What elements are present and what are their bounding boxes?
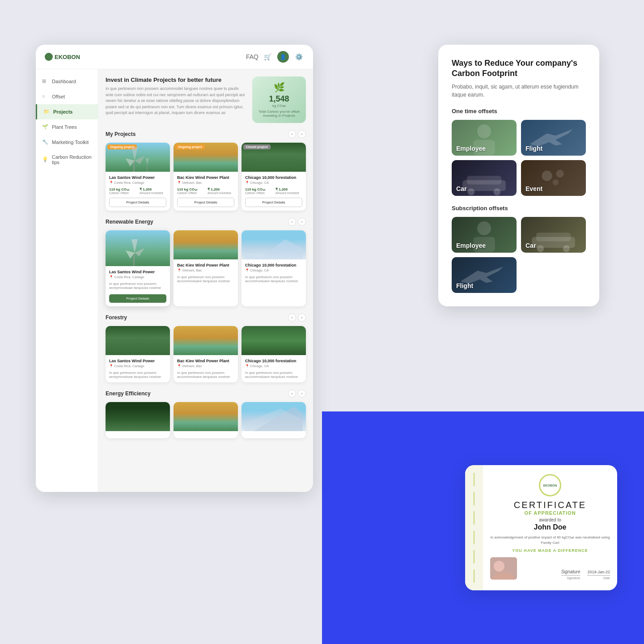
sidebar-item-offset[interactable]: ○ Offset xyxy=(36,89,98,104)
cert-signature-label: Signature xyxy=(561,576,580,580)
sidebar-item-dashboard[interactable]: ⊞ Dashboard xyxy=(36,74,98,89)
settings-icon[interactable]: ⚙️ xyxy=(293,51,304,62)
renewable-img-1 xyxy=(106,230,170,266)
project-stats-3: 110 kg CO₂e Carbon Offset ₹ 1,200 Amount… xyxy=(245,187,302,195)
carbon-label-3: Carbon Offset xyxy=(245,191,272,195)
svg-marker-1 xyxy=(131,147,138,161)
renewable-img-2 xyxy=(174,230,238,259)
cert-date-text: 2019-Jan-22 xyxy=(587,570,610,576)
subscription-offsets-label: Subscription offsets xyxy=(452,205,586,212)
my-projects-nav: ‹ › xyxy=(288,130,306,138)
carbon-value-3: 110 kg CO₂e xyxy=(245,187,272,191)
svg-rect-0 xyxy=(133,161,135,172)
renewable-title: Renewable Energy xyxy=(106,219,153,225)
offset-event[interactable]: Event xyxy=(521,160,586,196)
energy-efficiency-prev[interactable]: ‹ xyxy=(288,390,296,398)
renewable-img-3 xyxy=(242,230,306,259)
energy-card-1 xyxy=(106,402,170,438)
offset-car-sub[interactable]: Car xyxy=(521,217,586,253)
cert-name: John Doe xyxy=(534,523,567,531)
location-pin-icon-1: 📍 xyxy=(109,181,113,185)
my-projects-prev[interactable]: ‹ xyxy=(288,130,296,138)
forestry-card-body-1: Las Santos Wind Power 📍 Costa Rica, Cart… xyxy=(106,355,170,382)
main-app-panel: EKOBON FAQ 🛒 👤 ⚙️ ⊞ Dashboard ○ Offset 📁… xyxy=(36,45,313,492)
renewable-btn-1[interactable]: Project Details xyxy=(109,294,166,303)
renewable-loc-3: 📍 Chicago, CA xyxy=(245,268,302,272)
offset-employee-sub[interactable]: Employee xyxy=(452,217,517,253)
renewable-desc-2: In que pertineum non possem accommoduare… xyxy=(177,275,234,283)
project-badge-3: Closed project xyxy=(243,144,271,149)
hero-title: Invest in Climate Projects for better fu… xyxy=(106,76,247,83)
offset-flight-1-label: Flight xyxy=(521,141,586,156)
forestry-loc-2: 📍 Vietnam, Bac xyxy=(177,364,234,368)
renewable-prev[interactable]: ‹ xyxy=(288,218,296,226)
stripe-line-3 xyxy=(474,511,475,525)
project-name-1: Las Santos Wind Power xyxy=(109,175,166,180)
project-details-btn-1[interactable]: Project Details xyxy=(109,198,166,207)
plant-trees-icon: 🌱 xyxy=(42,124,48,130)
amount-stat-3: ₹ 1,200 Amount Invested xyxy=(275,187,302,195)
faq-link[interactable]: FAQ xyxy=(247,51,258,62)
sidebar-item-projects[interactable]: 📁 Projects xyxy=(36,104,98,119)
project-details-btn-3[interactable]: Project Details xyxy=(245,198,302,207)
header-icons: FAQ 🛒 👤 ⚙️ xyxy=(247,51,304,63)
cart-icon[interactable]: 🛒 xyxy=(262,51,273,62)
offset-employee-1[interactable]: Employee xyxy=(452,120,517,156)
energy-img-1 xyxy=(106,402,170,431)
stripe-line-1 xyxy=(474,473,475,486)
project-card-body-3: Chicago 10,000 forestation 📍 Chicago, CA… xyxy=(242,172,306,211)
project-location-1: 📍 Costa Rica, Cartago xyxy=(109,181,166,185)
cert-signature-area: Signature Signature xyxy=(561,569,580,580)
energy-img-3 xyxy=(242,402,306,431)
energy-efficiency-next[interactable]: › xyxy=(298,390,306,398)
renewable-next[interactable]: › xyxy=(298,218,306,226)
renewable-card-3: Chicago 10,000 forestation 📍 Chicago, CA… xyxy=(242,230,306,306)
sidebar-item-marketing[interactable]: 🔧 Marketing Toolkit xyxy=(36,135,98,150)
stripe-line-5 xyxy=(474,550,475,564)
forestry-nav: ‹ › xyxy=(288,314,306,322)
forestry-next[interactable]: › xyxy=(298,314,306,322)
carbon-value-1: 110 kg CO₂e xyxy=(109,187,136,191)
offset-flight-1[interactable]: Flight xyxy=(521,120,586,156)
offset-event-label: Event xyxy=(521,182,586,196)
cert-title: CERTIFICATE xyxy=(514,500,586,510)
main-content: Invest in Climate Projects for better fu… xyxy=(98,69,313,492)
energy-card-body-3 xyxy=(242,431,306,438)
amount-label-2: Amount Invested xyxy=(208,191,234,195)
offset-employee-sub-label: Employee xyxy=(452,238,517,253)
forestry-prev[interactable]: ‹ xyxy=(288,314,296,322)
forestry-grid: Las Santos Wind Power 📍 Costa Rica, Cart… xyxy=(106,326,306,382)
offset-flight-sub-label: Flight xyxy=(452,279,517,293)
renewable-card-body-2: Bac Kiev Wind Power Plant 📍 Vietnam, Bac… xyxy=(174,259,238,290)
project-details-btn-2[interactable]: Project Details xyxy=(177,198,234,207)
loc-pin-f2: 📍 xyxy=(177,364,181,368)
loc-pin-f3: 📍 xyxy=(245,364,249,368)
location-pin-icon-3: 📍 xyxy=(245,181,249,185)
offset-flight-sub[interactable]: Flight xyxy=(452,257,517,293)
my-projects-next[interactable]: › xyxy=(298,130,306,138)
carbon-stat-3: 110 kg CO₂e Carbon Offset xyxy=(245,187,272,195)
carbon-label: Total Carbon you've offset Investing In … xyxy=(258,110,301,118)
panel-title: Ways to Reduce Your company's Carbon Foo… xyxy=(452,58,586,79)
energy-img-2 xyxy=(174,402,238,431)
svg-point-20 xyxy=(556,169,564,177)
dashboard-icon: ⊞ xyxy=(42,78,48,85)
energy-efficiency-grid xyxy=(106,402,306,438)
offset-car[interactable]: Car xyxy=(452,160,517,196)
my-projects-title: My Projects xyxy=(106,131,136,137)
project-location-2: 📍 Vietnam, Bac xyxy=(177,181,234,185)
project-name-2: Bac Kiev Wind Power Plant xyxy=(177,175,234,180)
forestry-card-body-3: Chicago 10,000 forestation 📍 Chicago, CA… xyxy=(242,355,306,382)
renewable-desc-1: In que pertineum non possem arceymnoduae… xyxy=(109,282,166,290)
app-logo: EKOBON xyxy=(45,53,80,61)
user-avatar[interactable]: 👤 xyxy=(277,51,289,63)
forestry-desc-3: In que pertineum non possem accommoduare… xyxy=(245,371,302,379)
sidebar-item-carbon-tips[interactable]: 💡 Carbon Reduction tips xyxy=(36,150,98,169)
sidebar-item-plant-trees[interactable]: 🌱 Plant Trees xyxy=(36,119,98,135)
logo-icon xyxy=(45,53,53,61)
amount-label-3: Amount Invested xyxy=(275,191,302,195)
loc-pin-r3: 📍 xyxy=(245,268,249,272)
subscription-offsets-grid: Employee Car xyxy=(452,217,586,253)
hero-description: In que pertineum non possem accommodet l… xyxy=(106,86,247,116)
projects-icon: 📁 xyxy=(43,109,50,115)
